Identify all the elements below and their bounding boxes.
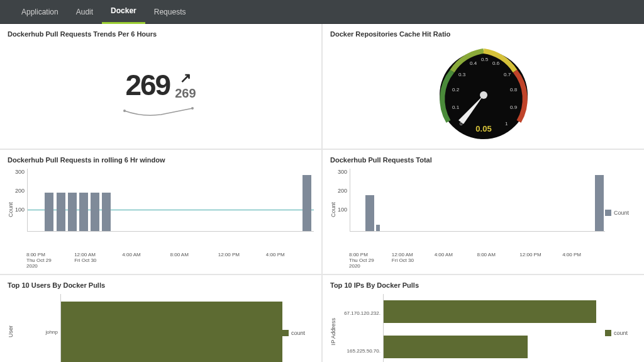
svg-text:0.7: 0.7 — [504, 72, 511, 77]
svg-text:0.1: 0.1 — [452, 105, 460, 110]
panel-gauge: Docker Repositories Cache Hit Ratio 0 0.… — [323, 24, 644, 149]
plot-area[interactable] — [60, 294, 282, 362]
svg-text:0.2: 0.2 — [452, 87, 460, 93]
dashboard-grid: Dockerhub Pull Requests Trends Per 6 Hou… — [0, 24, 644, 362]
nav-docker[interactable]: Docker — [102, 0, 145, 24]
panel-trend: Dockerhub Pull Requests Trends Per 6 Hou… — [0, 24, 321, 149]
svg-text:1: 1 — [505, 121, 508, 127]
gauge-value: 0.05 — [475, 124, 491, 133]
y-categories: johnp — [16, 294, 60, 362]
navbar: Application Audit Docker Requests — [0, 0, 644, 24]
trend-value: 269 — [125, 68, 170, 102]
nav-requests[interactable]: Requests — [145, 0, 195, 24]
sparkline — [123, 106, 199, 118]
panel-title: Dockerhub Pull Requests Trends Per 6 Hou… — [8, 30, 314, 38]
trend-arrow-icon: ↗ — [180, 70, 191, 86]
panel-title: Top 10 Users By Docker Pulls — [8, 281, 282, 289]
trend-delta: 269 — [175, 86, 196, 101]
svg-point-0 — [123, 110, 126, 112]
gauge: 0 0.1 0.2 0.3 0.4 0.5 0.6 0.7 0.8 0.9 1 … — [433, 46, 534, 140]
plot-area[interactable] — [27, 169, 314, 232]
nav-application[interactable]: Application — [13, 0, 67, 24]
panel-ips: Top 10 IPs By Docker Pulls IP Address 67… — [323, 275, 644, 362]
svg-text:0.6: 0.6 — [492, 60, 500, 66]
x-axis: 8:00 PMThu Oct 292020 12:00 AMFri Oct 30… — [349, 252, 605, 269]
panel-total: Dockerhub Pull Requests Total Count 300 … — [323, 150, 644, 274]
svg-text:0.3: 0.3 — [458, 72, 466, 77]
y-axis-label: Count — [330, 202, 336, 217]
svg-point-14 — [480, 91, 487, 99]
y-categories: 67.170.120.232. 165.225.50.70. — [339, 294, 383, 362]
x-axis: 8:00 PMThu Oct 292020 12:00 AMFri Oct 30… — [26, 252, 314, 269]
svg-text:0.4: 0.4 — [470, 60, 477, 66]
panel-users: Top 10 Users By Docker Pulls User johnp … — [0, 275, 321, 362]
legend[interactable]: Count — [605, 210, 629, 216]
y-axis-label: IP Address — [330, 318, 336, 345]
svg-text:0.8: 0.8 — [510, 87, 518, 93]
svg-point-1 — [191, 107, 194, 110]
nav-audit[interactable]: Audit — [67, 0, 102, 24]
y-axis-label: User — [8, 325, 14, 337]
panel-title: Docker Repositories Cache Hit Ratio — [330, 30, 636, 38]
panel-title: Top 10 IPs By Docker Pulls — [330, 281, 605, 289]
panel-title: Dockerhub Pull Requests Total — [330, 156, 605, 164]
plot-area[interactable] — [383, 294, 605, 362]
panel-rolling: Dockerhub Pull Requests in rolling 6 Hr … — [0, 150, 321, 274]
svg-text:0.9: 0.9 — [510, 105, 518, 110]
panel-title: Dockerhub Pull Requests in rolling 6 Hr … — [8, 156, 314, 164]
svg-text:0.5: 0.5 — [481, 57, 489, 62]
plot-area[interactable] — [350, 169, 605, 232]
legend[interactable]: count — [282, 330, 305, 336]
legend[interactable]: count — [605, 330, 628, 336]
y-axis-label: Count — [8, 202, 14, 217]
trend-visual: 269 ↗ 269 — [8, 43, 314, 144]
y-axis: 300 200 100 — [15, 169, 27, 232]
y-axis: 300 200 100 — [338, 169, 350, 232]
